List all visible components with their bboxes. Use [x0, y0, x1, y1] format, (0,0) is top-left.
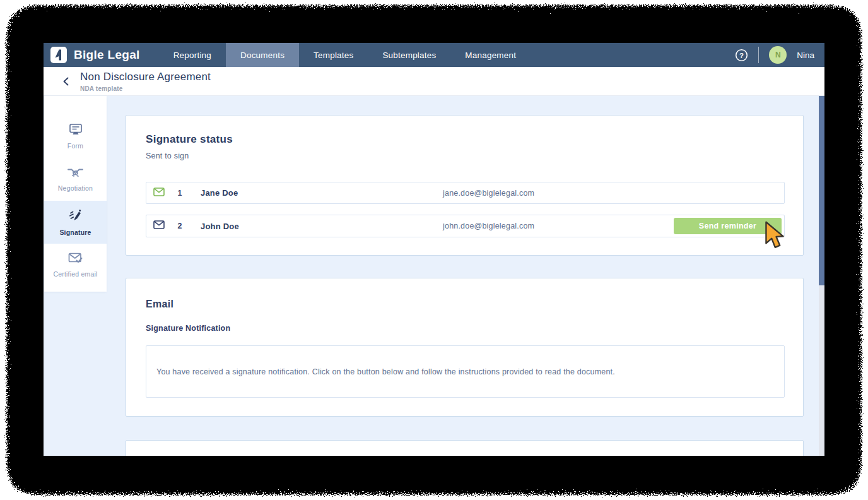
- app-window: Bigle Legal Reporting Documents Template…: [44, 43, 824, 456]
- content-area: Form Negotiation: [44, 96, 824, 456]
- tab-subtemplates[interactable]: Subtemplates: [368, 43, 450, 67]
- signer-name: John Doe: [201, 222, 239, 231]
- envelope-signed-icon: [153, 188, 165, 199]
- scrollbar-thumb[interactable]: [819, 96, 824, 285]
- scrollbar-track[interactable]: [819, 285, 824, 456]
- signature-status-card: Signature status Sent to sign 1 Jane Doe…: [126, 115, 804, 256]
- signature-pen-icon: [69, 209, 82, 225]
- signature-status-subtitle: Sent to sign: [126, 146, 803, 160]
- certified-email-icon: [68, 253, 83, 266]
- signer-email: john.doe@biglelegal.com: [443, 222, 534, 230]
- send-reminder-button[interactable]: Send reminder: [674, 218, 782, 234]
- page-title: Non Disclosure Agreement: [80, 71, 211, 83]
- brand[interactable]: Bigle Legal: [44, 47, 140, 63]
- signer-row-jane-doe: 1 Jane Doe jane.doe@biglelegal.com: [146, 182, 785, 204]
- signer-order: 2: [175, 222, 184, 230]
- page-subtitle: NDA template: [80, 85, 211, 92]
- page-header: Non Disclosure Agreement NDA template: [44, 67, 824, 96]
- nav-divider: [758, 47, 759, 63]
- tab-management[interactable]: Management: [450, 43, 531, 67]
- sidebar-item-negotiation[interactable]: Negotiation: [44, 158, 107, 201]
- signer-order: 1: [175, 189, 184, 198]
- handshake-icon: [67, 167, 84, 181]
- bigle-logo-icon: [50, 47, 67, 63]
- sidebar-item-label: Form: [67, 142, 83, 150]
- top-nav: Bigle Legal Reporting Documents Template…: [44, 43, 824, 67]
- sidebar-item-certified-email[interactable]: Certified email: [44, 244, 107, 287]
- svg-text:?: ?: [739, 51, 744, 59]
- email-card-title: Email: [126, 278, 803, 310]
- sidebar-item-form[interactable]: Form: [44, 115, 107, 158]
- header-text: Non Disclosure Agreement NDA template: [80, 71, 211, 92]
- email-card: Email Signature Notification You have re…: [126, 278, 804, 417]
- signature-notification-heading: Signature Notification: [126, 310, 803, 333]
- sidebar-item-label: Signature: [59, 229, 91, 236]
- notification-message: You have received a signature notificati…: [156, 367, 615, 376]
- sidebar-item-label: Certified email: [53, 270, 97, 278]
- nav-tabs: Reporting Documents Templates Subtemplat…: [159, 43, 531, 67]
- user-avatar[interactable]: N: [769, 46, 787, 64]
- tab-documents[interactable]: Documents: [226, 43, 299, 67]
- signer-email: jane.doe@biglelegal.com: [443, 189, 534, 198]
- nav-right: ? N Nina: [734, 46, 824, 64]
- user-name[interactable]: Nina: [797, 51, 814, 60]
- chevron-left-icon[interactable]: [57, 73, 75, 90]
- screenshot-canvas: Bigle Legal Reporting Documents Template…: [0, 0, 868, 500]
- signer-name: Jane Doe: [201, 188, 238, 198]
- brand-name: Bigle Legal: [74, 48, 140, 62]
- signature-status-title: Signature status: [126, 116, 803, 146]
- signer-row-john-doe: 2 John Doe john.doe@biglelegal.com Send …: [146, 215, 785, 237]
- sidebar: Form Negotiation: [44, 96, 107, 292]
- notification-message-box: You have received a signature notificati…: [146, 345, 785, 398]
- tab-templates[interactable]: Templates: [299, 43, 368, 67]
- form-icon: [69, 123, 83, 138]
- help-circle-icon[interactable]: ?: [734, 48, 748, 62]
- sidebar-item-label: Negotiation: [58, 184, 93, 192]
- next-card-partial: [126, 440, 804, 456]
- sidebar-item-signature[interactable]: Signature: [44, 201, 107, 244]
- envelope-pending-icon: [153, 220, 165, 232]
- tab-reporting[interactable]: Reporting: [159, 43, 226, 67]
